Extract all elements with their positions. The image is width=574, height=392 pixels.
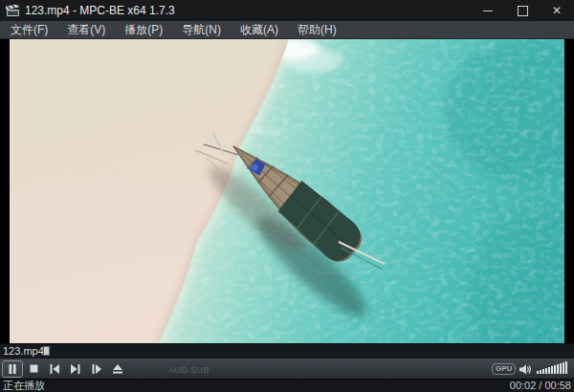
- titlebar: 123.mp4 - MPC-BE x64 1.7.3 ✕: [0, 0, 574, 21]
- eject-icon: [113, 364, 122, 374]
- video-canvas[interactable]: [10, 39, 564, 343]
- skip-forward-icon: [71, 364, 80, 374]
- speaker-icon[interactable]: [519, 364, 532, 375]
- close-button[interactable]: ✕: [540, 0, 574, 21]
- time-display: 00:02 / 00:58: [510, 380, 571, 392]
- stop-button[interactable]: [23, 360, 44, 378]
- playback-status: 正在播放: [3, 380, 45, 392]
- seekbar[interactable]: 123.mp4: [0, 343, 574, 358]
- menubar: 文件(F) 查看(V) 播放(P) 导航(N) 收藏(A) 帮助(H): [0, 21, 574, 39]
- menu-help[interactable]: 帮助(H): [288, 21, 346, 38]
- skip-back-icon: [50, 364, 59, 374]
- gpu-badge: GPU: [492, 363, 516, 375]
- seekbar-filename: 123.mp4: [3, 345, 44, 358]
- maximize-button[interactable]: [505, 0, 540, 21]
- eject-button[interactable]: [107, 360, 128, 378]
- stop-icon: [30, 364, 38, 373]
- frame-step-button[interactable]: [86, 360, 107, 378]
- skip-back-button[interactable]: [44, 360, 65, 378]
- seek-thumb[interactable]: [43, 346, 50, 356]
- close-icon: ✕: [552, 4, 562, 17]
- menu-file[interactable]: 文件(F): [1, 21, 57, 38]
- playback-toolbar: AUD SUB GPU: [0, 358, 574, 379]
- menu-favorites[interactable]: 收藏(A): [231, 21, 288, 38]
- video-area: [0, 39, 574, 343]
- audio-track-button[interactable]: AUD: [168, 365, 188, 375]
- menu-view[interactable]: 查看(V): [57, 21, 115, 38]
- menu-play[interactable]: 播放(P): [115, 21, 172, 38]
- minimize-button[interactable]: [471, 0, 505, 21]
- maximize-icon: [518, 6, 528, 16]
- subtitle-track-button[interactable]: SUB: [190, 365, 210, 375]
- pause-button[interactable]: [2, 360, 23, 378]
- mpc-be-window: 123.mp4 - MPC-BE x64 1.7.3 ✕ 文件(F) 查看(V)…: [0, 0, 574, 392]
- skip-forward-button[interactable]: [65, 360, 86, 378]
- menu-navigate[interactable]: 导航(N): [172, 21, 231, 38]
- pause-icon: [8, 364, 17, 374]
- clapperboard-icon: [6, 5, 20, 17]
- frame-step-icon: [92, 364, 101, 374]
- volume-slider[interactable]: [537, 361, 569, 374]
- statusbar: 正在播放 00:02 / 00:58: [0, 379, 574, 392]
- window-title: 123.mp4 - MPC-BE x64 1.7.3: [25, 4, 471, 17]
